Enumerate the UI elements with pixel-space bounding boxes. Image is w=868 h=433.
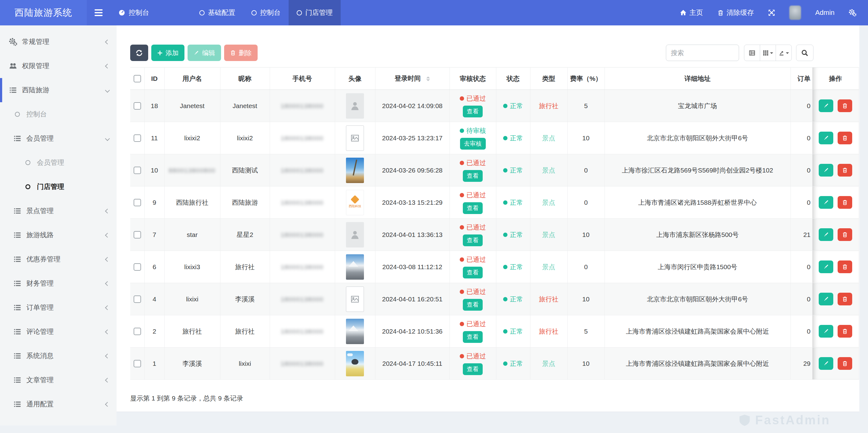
audit-action-button[interactable]: 查看	[463, 234, 483, 246]
column-header-login_time[interactable]: 登录时间	[375, 68, 450, 90]
edit-button[interactable]	[819, 164, 833, 176]
refresh-button[interactable]	[130, 44, 148, 61]
fullscreen-button[interactable]	[768, 9, 775, 16]
row-checkbox[interactable]	[134, 328, 141, 335]
audit-status-text: 已通过	[467, 352, 486, 361]
sidebar-item-label: 评论管理	[26, 327, 54, 336]
person-icon	[349, 229, 361, 240]
cell-type: 旅行社	[530, 90, 567, 122]
delete-button[interactable]	[838, 99, 852, 112]
nav-tab-base-config[interactable]: 基础配置	[191, 0, 243, 25]
edit-button[interactable]	[819, 99, 833, 112]
row-checkbox[interactable]	[134, 134, 141, 142]
search-input[interactable]	[666, 44, 739, 61]
sidebar-item-messages[interactable]: 系统消息	[0, 344, 117, 368]
table-header-row: ID 用户名 昵称 手机号 头像 登录时间 审核状态 状态 类型 费率（%）	[130, 68, 859, 90]
hamburger-icon[interactable]	[89, 0, 108, 25]
export-icon	[778, 50, 785, 56]
select-all-checkbox[interactable]	[134, 75, 141, 82]
chevron-icon	[105, 39, 110, 44]
sidebar-item-member-group[interactable]: 会员管理	[0, 126, 117, 151]
username-label[interactable]: Admin	[815, 9, 835, 17]
edit-button[interactable]	[819, 293, 833, 305]
brand-title: 西陆旅游系统	[0, 0, 87, 25]
list-icon	[13, 376, 22, 384]
audit-action-button[interactable]: 查看	[463, 170, 483, 182]
sidebar-item-routes[interactable]: 旅游线路	[0, 223, 117, 247]
edit-button[interactable]	[819, 325, 833, 338]
search-button[interactable]	[796, 44, 813, 61]
toggle-view-button[interactable]	[744, 44, 760, 61]
sidebar-item-finance[interactable]: 财务管理	[0, 271, 117, 296]
cell-phone: 18000138000	[270, 187, 335, 219]
row-checkbox[interactable]	[134, 231, 141, 238]
sidebar-item-orders[interactable]: 订单管理	[0, 296, 117, 320]
delete-button-label: 删除	[239, 48, 252, 57]
trash-icon	[842, 103, 848, 109]
sidebar-item-console[interactable]: 控制台	[0, 102, 117, 126]
edit-button[interactable]	[819, 357, 833, 370]
row-checkbox[interactable]	[134, 199, 141, 206]
clear-cache-link[interactable]: 清除缓存	[717, 8, 754, 18]
edit-button[interactable]	[819, 261, 833, 273]
delete-button[interactable]	[838, 228, 852, 241]
delete-button[interactable]	[838, 261, 852, 273]
person-icon	[349, 100, 361, 111]
audit-status-dot	[460, 193, 464, 197]
edit-button[interactable]	[819, 228, 833, 241]
audit-action-button[interactable]: 查看	[463, 202, 483, 214]
cell-type: 景点	[530, 347, 567, 380]
audit-action-button[interactable]: 查看	[463, 363, 483, 375]
column-header-audit: 审核状态	[450, 68, 496, 90]
audit-action-button[interactable]: 查看	[463, 267, 483, 278]
export-dropdown-button[interactable]	[776, 44, 792, 61]
sidebar-item-comments[interactable]: 评论管理	[0, 320, 117, 344]
edit-button[interactable]	[819, 132, 833, 144]
delete-button-toolbar[interactable]: 删除	[224, 44, 258, 61]
column-header-op: 操作	[812, 68, 859, 90]
list-icon	[13, 231, 22, 239]
home-link[interactable]: 主页	[680, 8, 703, 18]
delete-button[interactable]	[838, 196, 852, 209]
row-checkbox[interactable]	[134, 102, 141, 110]
sidebar-item-member[interactable]: 会员管理	[0, 151, 117, 175]
nav-tab-console[interactable]: 控制台	[111, 0, 157, 25]
sidebar-item-store[interactable]: 门店管理	[0, 175, 117, 199]
columns-dropdown-button[interactable]	[760, 44, 776, 61]
pencil-icon	[823, 360, 829, 366]
delete-button[interactable]	[838, 132, 852, 144]
audit-action-button[interactable]: 查看	[463, 299, 483, 311]
settings-button[interactable]	[849, 9, 856, 16]
delete-button[interactable]	[838, 357, 852, 370]
delete-button[interactable]	[838, 164, 852, 176]
row-checkbox[interactable]	[134, 296, 141, 303]
sidebar-item-general[interactable]: 常规管理	[0, 30, 117, 54]
nav-tab-console-2[interactable]: 控制台	[243, 0, 289, 25]
audit-status-dot	[460, 257, 464, 262]
edit-button-toolbar[interactable]: 编辑	[188, 44, 221, 61]
cell-login-time: 2024-03-13 15:21:29	[375, 187, 450, 219]
sidebar-item-xilu-travel[interactable]: 西陆旅游	[0, 78, 117, 102]
sidebar-item-coupons[interactable]: 优惠券管理	[0, 247, 117, 271]
row-checkbox[interactable]	[134, 263, 141, 271]
audit-action-button[interactable]: 查看	[463, 106, 483, 118]
fullscreen-icon	[768, 9, 775, 16]
delete-button[interactable]	[838, 293, 852, 305]
sidebar-item-config[interactable]: 通用配置	[0, 392, 117, 416]
sidebar-item-scenic[interactable]: 景点管理	[0, 199, 117, 223]
audit-action-button[interactable]: 去审核	[460, 138, 486, 149]
pencil-icon	[823, 199, 829, 205]
edit-button[interactable]	[819, 196, 833, 209]
audit-action-button[interactable]: 查看	[463, 331, 483, 343]
cell-type: 旅行社	[530, 283, 567, 315]
audit-status-text: 已通过	[467, 255, 486, 264]
add-button[interactable]: 添加	[151, 44, 184, 61]
delete-button[interactable]	[838, 325, 852, 338]
sidebar-item-articles[interactable]: 文章管理	[0, 368, 117, 392]
row-checkbox[interactable]	[134, 360, 141, 367]
row-checkbox[interactable]	[134, 167, 141, 174]
cell-orders: 0	[790, 283, 812, 315]
user-avatar[interactable]	[789, 6, 801, 20]
nav-tab-store-manage[interactable]: 门店管理	[289, 0, 341, 25]
sidebar-item-auth[interactable]: 权限管理	[0, 54, 117, 78]
